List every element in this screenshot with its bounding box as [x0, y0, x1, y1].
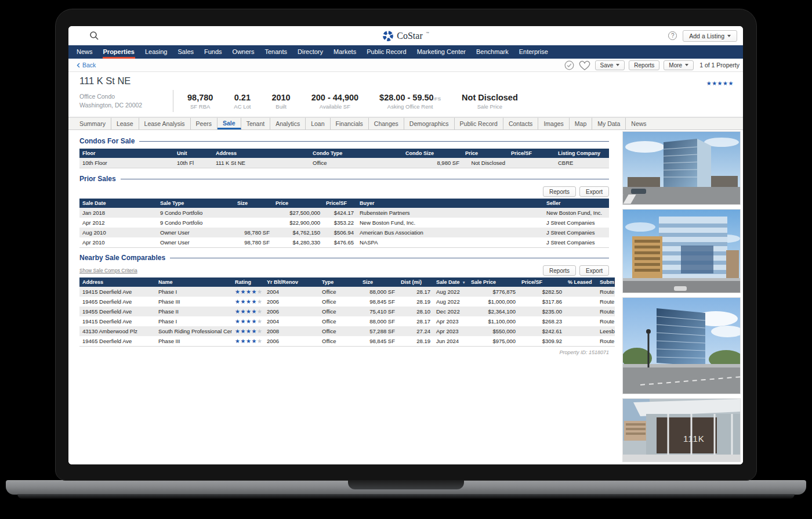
condos-col-condo-size[interactable]: Condo Size	[403, 149, 462, 158]
photo-rail: 111K	[618, 130, 743, 464]
property-id: Property ID: 1518071	[79, 349, 609, 355]
comps-col-subm[interactable]: Subm	[597, 277, 615, 287]
comps-col-dist-mi[interactable]: Dist (mi)	[398, 277, 433, 287]
tab-map[interactable]: Map	[570, 118, 592, 129]
comps-cell-size: 98,845 SF	[360, 297, 398, 307]
condos-col-unit[interactable]: Unit	[174, 149, 213, 158]
help-icon[interactable]: ?	[668, 31, 677, 40]
prior-sales-row-1[interactable]: Jan 20189 Condo Portfolio$27,500,000$424…	[79, 208, 609, 218]
utility-bar: CoStar ™ ? Add a Listing	[68, 26, 743, 45]
more-button[interactable]: More	[664, 60, 694, 70]
condos-col-condo-type[interactable]: Condo Type	[310, 149, 403, 158]
save-button[interactable]: Save	[595, 60, 625, 70]
condos-col-price[interactable]: Price	[462, 149, 508, 158]
property-photo-2[interactable]	[622, 209, 741, 293]
nav-item-public-record[interactable]: Public Record	[361, 45, 411, 59]
comps-col-name[interactable]: Name	[155, 277, 232, 287]
tab-lease-analysis[interactable]: Lease Analysis	[139, 118, 191, 129]
add-a-listing-button[interactable]: Add a Listing	[683, 30, 737, 42]
stat-available-sf: 200 - 44,900Available SF	[311, 93, 358, 110]
tab-my-data[interactable]: My Data	[592, 118, 626, 129]
property-photo-1[interactable]	[622, 131, 741, 205]
comps-row-1[interactable]: 19415 Deerfield AvePhase I★★★★★2004Offic…	[79, 287, 615, 297]
tab-images[interactable]: Images	[538, 118, 569, 129]
nav-item-sales[interactable]: Sales	[172, 45, 199, 59]
comps-row-6[interactable]: 19465 Deerfield AvePhase III★★★★★2006Off…	[79, 336, 615, 347]
comps-col-size[interactable]: Size	[360, 277, 398, 287]
prior-sales-row-2[interactable]: Apr 20129 Condo Portfolio$22,900,000$353…	[79, 218, 609, 228]
comps-col-rating[interactable]: Rating	[232, 277, 264, 287]
check-circle-icon[interactable]	[564, 60, 574, 70]
comps-col-sale-date[interactable]: Sale Date▼	[433, 277, 468, 287]
comps-cell-sale-date: Dec 2022	[433, 307, 468, 316]
nav-item-owners[interactable]: Owners	[227, 45, 260, 59]
prior-sales-col-sale-type[interactable]: Sale Type	[157, 199, 234, 208]
tab-sale[interactable]: Sale	[217, 118, 241, 129]
condos-cell-condo-type: Office	[310, 158, 403, 168]
property-photo-4[interactable]: 111K	[622, 398, 741, 462]
nav-item-funds[interactable]: Funds	[199, 45, 227, 59]
nav-item-enterprise[interactable]: Enterprise	[514, 45, 553, 59]
tab-demographics[interactable]: Demographics	[404, 118, 455, 129]
prior-sales-row-4[interactable]: Apr 2010Owner User98,780 SF$4,280,330$47…	[79, 237, 609, 248]
comps-col-sale-price[interactable]: Sale Price	[468, 277, 519, 287]
heart-icon[interactable]	[578, 60, 591, 71]
back-link[interactable]: Back	[77, 62, 96, 69]
prior-sales-col-price[interactable]: Price	[273, 199, 323, 208]
nav-item-marketing-center[interactable]: Marketing Center	[412, 45, 471, 59]
condos-row-1[interactable]: 10th Floor10th Fl111 K St NEOffice8,980 …	[79, 158, 609, 168]
tab-peers[interactable]: Peers	[191, 118, 217, 129]
tab-contacts[interactable]: Contacts	[503, 118, 538, 129]
comps-col-leased[interactable]: % Leased	[565, 277, 597, 287]
comps-row-3[interactable]: 19455 Deerfield AvePhase II★★★★★2006Offi…	[79, 307, 615, 316]
nav-item-benchmark[interactable]: Benchmark	[471, 45, 514, 59]
reports-button[interactable]: Reports	[629, 60, 659, 70]
condos-col-address[interactable]: Address	[213, 149, 310, 158]
condos-col-floor[interactable]: Floor	[79, 149, 174, 158]
condos-col-price-sf[interactable]: Price/SF	[508, 149, 555, 158]
stat-label: SF RBA	[187, 103, 213, 110]
prior-sales-col-price-sf[interactable]: Price/SF	[323, 199, 357, 208]
nav-item-leasing[interactable]: Leasing	[140, 45, 173, 59]
prior-sales-col-seller[interactable]: Seller	[543, 199, 609, 208]
comps-reports-button[interactable]: Reports	[543, 265, 576, 276]
nav-item-news[interactable]: News	[71, 45, 98, 59]
save-label: Save	[600, 62, 614, 69]
comps-col-address[interactable]: Address	[79, 277, 155, 287]
prior-sales-col-size[interactable]: Size	[234, 199, 273, 208]
tab-changes[interactable]: Changes	[369, 118, 404, 129]
tab-financials[interactable]: Financials	[331, 118, 369, 129]
show-sale-comps-criteria-link[interactable]: Show Sale Comps Criteria	[79, 268, 137, 273]
property-photo-3[interactable]	[622, 297, 741, 394]
comps-col-type[interactable]: Type	[319, 277, 360, 287]
prior-sales-cell-buyer: New Boston Fund, Inc.	[357, 218, 543, 228]
nav-item-properties[interactable]: Properties	[98, 45, 140, 59]
divider	[173, 90, 173, 112]
prior-sales-row-3[interactable]: Aug 2010Owner User98,780 SF$4,762,150$50…	[79, 228, 609, 237]
comps-export-button[interactable]: Export	[579, 265, 609, 276]
comps-cell-rating: ★★★★★	[232, 336, 264, 347]
nav-item-markets[interactable]: Markets	[328, 45, 361, 59]
condos-col-listing-company[interactable]: Listing Company	[555, 149, 609, 158]
prior-sales-col-sale-date[interactable]: Sale Date	[79, 199, 157, 208]
tab-tenant[interactable]: Tenant	[241, 118, 271, 129]
tab-analytics[interactable]: Analytics	[270, 118, 306, 129]
comps-cell-price-sf: $268.23	[519, 316, 565, 326]
tab-loan[interactable]: Loan	[306, 118, 330, 129]
comps-row-2[interactable]: 19465 Deerfield AvePhase III★★★★★2006Off…	[79, 297, 615, 307]
search-icon[interactable]	[89, 31, 99, 41]
prior-sales-export-button[interactable]: Export	[579, 186, 609, 197]
nav-item-directory[interactable]: Directory	[292, 45, 328, 59]
tab-news[interactable]: News	[626, 118, 651, 129]
nav-item-tenants[interactable]: Tenants	[260, 45, 293, 59]
comps-row-4[interactable]: 19415 Deerfield AvePhase I★★★★★2004Offic…	[79, 316, 615, 326]
prior-sales-col-buyer[interactable]: Buyer	[357, 199, 543, 208]
comps-col-yr-blt-renov[interactable]: Yr Blt/Renov	[264, 277, 319, 287]
tab-public-record[interactable]: Public Record	[455, 118, 503, 129]
tab-lease[interactable]: Lease	[111, 118, 139, 129]
prior-sales-reports-button[interactable]: Reports	[543, 186, 576, 197]
comps-col-price-sf[interactable]: Price/SF	[519, 277, 565, 287]
menu-icon[interactable]	[75, 33, 84, 39]
comps-row-5[interactable]: 43130 Amberwood PlzSouth Riding Professi…	[79, 326, 615, 336]
tab-summary[interactable]: Summary	[74, 118, 111, 129]
